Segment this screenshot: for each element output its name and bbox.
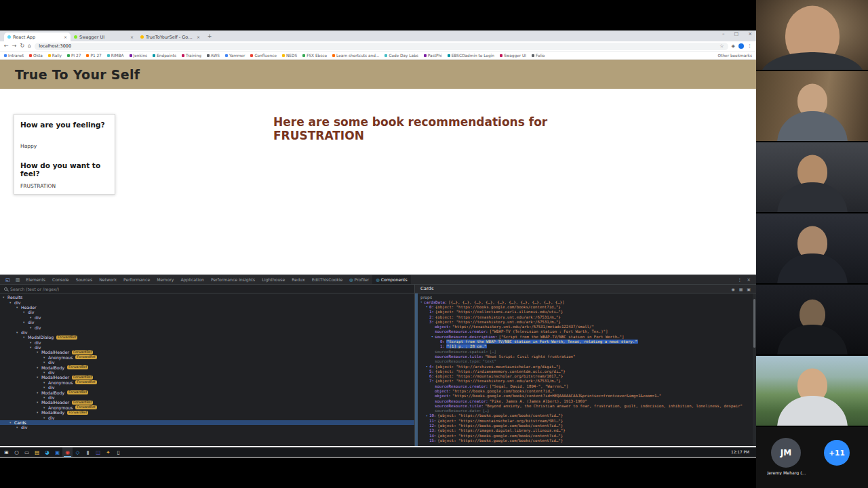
- browser-tab[interactable]: Swagger UI×: [71, 33, 137, 41]
- expand-arrow-icon[interactable]: ▾: [23, 310, 26, 314]
- task-view-icon[interactable]: ▭: [22, 447, 32, 457]
- participant-video-3[interactable]: [756, 142, 868, 213]
- home-icon[interactable]: ⌂: [28, 43, 31, 49]
- prop-row[interactable]: sourceResource.date:{…}: [420, 409, 751, 413]
- expand-arrow-icon[interactable]: ▾: [16, 331, 20, 334]
- expand-arrow-icon[interactable]: ▾: [43, 396, 47, 399]
- prop-row[interactable]: 7:{object: "https://texashistory.unt.edu…: [420, 379, 751, 384]
- tab-close-icon[interactable]: ×: [64, 35, 67, 39]
- expand-arrow-icon[interactable]: ▾: [43, 371, 47, 374]
- expand-arrow-icon[interactable]: ▾: [30, 326, 33, 329]
- devtools-tab-redux[interactable]: Redux: [288, 275, 308, 284]
- tab-close-icon[interactable]: ×: [130, 35, 134, 39]
- window-maximize-button[interactable]: □: [734, 31, 739, 37]
- file-explorer-icon[interactable]: ▤: [32, 447, 42, 457]
- component-tree-row[interactable]: ▾Header: [0, 305, 414, 310]
- bookmark-item[interactable]: EBSCOadmin to Login: [448, 54, 494, 58]
- expand-arrow-icon[interactable]: ▾: [37, 401, 40, 404]
- prop-row[interactable]: ▾0:{object: "https://books.google.com/bo…: [420, 304, 751, 309]
- other-bookmarks-button[interactable]: Other bookmarks: [713, 54, 752, 58]
- prop-row[interactable]: 1:{object: "https://collections.carli.il…: [420, 310, 751, 314]
- component-tree-row[interactable]: ▾div: [0, 330, 414, 335]
- devtools-tab-sources[interactable]: Sources: [73, 275, 96, 284]
- edge-icon[interactable]: ◕: [42, 447, 52, 457]
- device-toolbar-icon[interactable]: ▥: [13, 277, 23, 283]
- browser-menu-icon[interactable]: ⋮: [747, 43, 752, 49]
- expand-arrow-icon[interactable]: ▾: [43, 361, 47, 364]
- bookmark-item[interactable]: Jenkins: [130, 54, 148, 58]
- prop-row[interactable]: 12:{object: "https://books.google.com/bo…: [420, 423, 751, 428]
- expand-arrow-icon[interactable]: ▾: [43, 356, 47, 359]
- view-source-icon[interactable]: ▣: [747, 287, 751, 291]
- component-tree-row[interactable]: ▾div: [0, 320, 414, 325]
- prop-row[interactable]: sourceResource.spatial:[…]: [420, 349, 751, 354]
- component-tree-row[interactable]: ▾div: [0, 300, 414, 304]
- prop-row[interactable]: sourceResource.title:"Beyond anxiety, th…: [420, 403, 751, 408]
- expand-arrow-icon[interactable]: ▾: [37, 366, 40, 369]
- participant-video-2[interactable]: [756, 71, 868, 142]
- bookmark-item[interactable]: Endpoints: [153, 54, 176, 58]
- bookmark-item[interactable]: Yammer: [225, 54, 245, 58]
- devtools-tab-console[interactable]: Console: [49, 275, 73, 284]
- expand-arrow-icon[interactable]: ▾: [23, 321, 26, 324]
- back-icon[interactable]: ←: [4, 43, 9, 49]
- devtools-more-icon[interactable]: ⋮: [737, 277, 742, 283]
- devtools-tab-editthiscookie[interactable]: EditThisCookie: [309, 275, 347, 284]
- expand-arrow-icon[interactable]: ▾: [9, 301, 13, 304]
- expand-arrow-icon[interactable]: ▾: [30, 316, 33, 319]
- bookmark-item[interactable]: RIMBA: [107, 54, 124, 58]
- start-icon[interactable]: ⊞: [1, 447, 12, 457]
- tab-close-icon[interactable]: ×: [197, 35, 200, 39]
- inspect-matching-dom-icon[interactable]: ◉: [731, 287, 734, 291]
- log-component-data-icon[interactable]: ▦: [739, 287, 743, 291]
- component-tree-row[interactable]: ▾div: [0, 395, 414, 400]
- component-tree-row[interactable]: ▾ModalHeaderForwardRef: [0, 350, 414, 354]
- component-tree-row[interactable]: ▾AnonymousForwardRef: [0, 405, 414, 410]
- prop-row[interactable]: 11:{object: "https://mountainscholar.org…: [420, 418, 751, 423]
- devtools-close-icon[interactable]: ×: [747, 277, 751, 283]
- reload-icon[interactable]: ↻: [20, 43, 24, 49]
- props-scrollbar-thumb[interactable]: [753, 299, 755, 348]
- component-tree-row[interactable]: ▾ModalBodyForwardRef: [0, 390, 414, 394]
- component-tree-row[interactable]: ▾AnonymousForwardRef: [0, 355, 414, 360]
- prop-row[interactable]: ▾4:{object: "http://archives.mountainsch…: [420, 364, 751, 369]
- prop-row[interactable]: 0:"Script from the WBAP-TV/NBC station i…: [420, 339, 751, 344]
- component-tree-row[interactable]: ▾div: [0, 370, 414, 375]
- bookmark-item[interactable]: Code Day Labs: [384, 54, 418, 58]
- devtools-tab-lighthouse[interactable]: Lighthouse: [258, 275, 288, 284]
- prop-row[interactable]: object:"https://texashistory.unt.edu/ark…: [420, 324, 751, 329]
- component-tree-row[interactable]: ▾Results: [0, 295, 414, 300]
- terminal-icon[interactable]: ▮: [83, 447, 93, 457]
- component-tree-row[interactable]: ▾div: [0, 325, 414, 329]
- expand-arrow-icon[interactable]: ▾: [16, 306, 20, 309]
- expand-arrow-icon[interactable]: ▾: [37, 350, 40, 354]
- search-icon[interactable]: ○: [12, 447, 22, 457]
- prop-row[interactable]: sourceResource.creator:"Pike, James A. (…: [420, 399, 751, 403]
- devtools-tab-profiler[interactable]: ◎Profiler: [346, 275, 372, 284]
- prop-row[interactable]: sourceResource.title:"News Script: Civil…: [420, 354, 751, 359]
- expand-arrow-icon[interactable]: ▾: [9, 421, 13, 424]
- expand-arrow-icon[interactable]: ▾: [3, 296, 6, 299]
- devtools-tab-network[interactable]: Network: [96, 275, 120, 284]
- bookmark-item[interactable]: AWS: [207, 54, 220, 58]
- speaker-avatar[interactable]: JM: [771, 438, 801, 468]
- components-search[interactable]: Search (text or /regex/): [0, 285, 414, 293]
- bookmark-item[interactable]: Training: [182, 54, 201, 58]
- extensions-icon[interactable]: ◈: [732, 43, 735, 49]
- devtools-tab-performance[interactable]: Performance: [120, 275, 153, 284]
- bookmark-star-icon[interactable]: ☆: [719, 43, 724, 49]
- prop-row[interactable]: 14:{object: "https://books.google.com/bo…: [420, 433, 751, 438]
- forward-icon[interactable]: →: [12, 43, 17, 49]
- devtools-tab-performance-insights[interactable]: Performance insights: [208, 275, 258, 284]
- props-left-scrollbar[interactable]: [415, 293, 418, 446]
- prop-row[interactable]: sourceResource.creator:["Segal, David, 1…: [420, 384, 751, 388]
- expand-arrow-icon[interactable]: ▾: [43, 386, 47, 389]
- expand-arrow-icon[interactable]: ▾: [37, 391, 40, 394]
- prop-row[interactable]: 5:{object: "https://indianamemory.conten…: [420, 369, 751, 373]
- component-tree-row[interactable]: ▾div: [0, 385, 414, 390]
- bookmark-item[interactable]: P1 27: [86, 54, 101, 58]
- devtools-tab-memory[interactable]: Memory: [153, 275, 177, 284]
- bookmark-item[interactable]: Swagger UI: [500, 54, 526, 58]
- participant-video-6[interactable]: [756, 356, 868, 426]
- participant-video-1[interactable]: [756, 0, 868, 70]
